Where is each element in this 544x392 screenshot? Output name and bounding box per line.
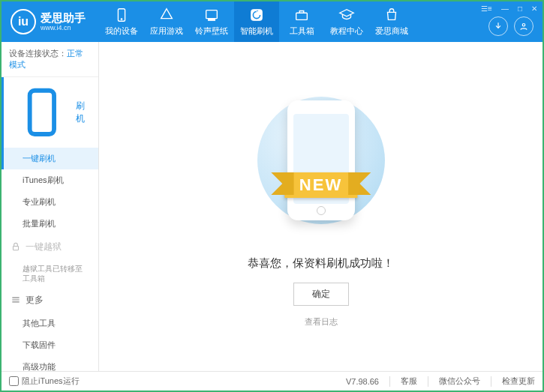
- sidebar-item-oneclick[interactable]: 一键刷机: [2, 148, 98, 169]
- nav-ringtone[interactable]: 铃声壁纸: [189, 1, 234, 42]
- sidebar-item-pro[interactable]: 专业刷机: [2, 191, 98, 213]
- nav-apps[interactable]: 应用游戏: [144, 1, 189, 42]
- phone-icon: [13, 83, 71, 142]
- app-name: 爱思助手: [41, 12, 86, 25]
- download-button[interactable]: [488, 16, 508, 36]
- update-link[interactable]: 检查更新: [502, 376, 535, 387]
- sidebar: 设备连接状态：正常模式 刷机 一键刷机 iTunes刷机 专业刷机 批量刷机 一…: [2, 42, 99, 371]
- jailbreak-note: 越狱工具已转移至 工具箱: [2, 259, 98, 288]
- app-window: ☰≡ — □ ✕ iu 爱思助手 www.i4.cn 我的设备 应用游戏 铃声壁: [0, 0, 544, 392]
- menu-icon[interactable]: ☰≡: [479, 3, 494, 14]
- svg-rect-5: [296, 13, 308, 19]
- sidebar-item-itunes[interactable]: iTunes刷机: [2, 169, 98, 191]
- support-link[interactable]: 客服: [401, 376, 417, 387]
- user-button[interactable]: [514, 16, 533, 36]
- menu-lines-icon: [11, 295, 21, 305]
- store-icon: [383, 7, 400, 23]
- sidebar-item-batch[interactable]: 批量刷机: [2, 213, 98, 235]
- app-url: www.i4.cn: [41, 24, 86, 31]
- body: 设备连接状态：正常模式 刷机 一键刷机 iTunes刷机 专业刷机 批量刷机 一…: [2, 42, 542, 371]
- nav-tutorial[interactable]: 教程中心: [324, 1, 369, 42]
- sidebar-section-more[interactable]: 更多: [2, 288, 98, 313]
- graduation-icon: [338, 7, 355, 23]
- logo: iu 爱思助手 www.i4.cn: [2, 9, 99, 34]
- sidebar-item-other[interactable]: 其他工具: [2, 313, 98, 334]
- device-icon: [113, 7, 130, 23]
- svg-rect-8: [14, 247, 19, 250]
- success-message: 恭喜您，保资料刷机成功啦！: [248, 256, 394, 271]
- wechat-link[interactable]: 微信公众号: [439, 376, 480, 387]
- logo-icon: iu: [11, 9, 36, 34]
- ok-button[interactable]: 确定: [293, 283, 349, 306]
- header-actions: [488, 16, 533, 36]
- svg-point-6: [522, 24, 525, 27]
- new-ribbon: NEW: [284, 172, 357, 198]
- nav-my-device[interactable]: 我的设备: [99, 1, 144, 42]
- view-log-link[interactable]: 查看日志: [305, 316, 338, 328]
- top-nav: 我的设备 应用游戏 铃声壁纸 智能刷机 工具箱 教程中心: [99, 1, 542, 42]
- sidebar-section-jailbreak[interactable]: 一键越狱: [2, 235, 98, 259]
- minimize-icon[interactable]: —: [499, 3, 511, 14]
- close-icon[interactable]: ✕: [529, 3, 539, 14]
- version-label: V7.98.66: [346, 377, 379, 386]
- window-controls: ☰≡ — □ ✕: [479, 3, 539, 14]
- sidebar-item-firmware[interactable]: 下载固件: [2, 334, 98, 356]
- main-content: NEW 恭喜您，保资料刷机成功啦！ 确定 查看日志: [99, 42, 542, 371]
- nav-toolbox[interactable]: 工具箱: [279, 1, 324, 42]
- statusbar: 阻止iTunes运行 V7.98.66 客服 微信公众号 检查更新: [2, 371, 542, 391]
- wallpaper-icon: [203, 7, 220, 23]
- sidebar-section-flash[interactable]: 刷机: [2, 77, 98, 148]
- svg-rect-2: [206, 10, 218, 19]
- svg-rect-3: [208, 19, 215, 21]
- apps-icon: [158, 7, 175, 23]
- nav-store[interactable]: 爱思商城: [369, 1, 414, 42]
- block-itunes-checkbox[interactable]: 阻止iTunes运行: [9, 376, 80, 387]
- nav-flash[interactable]: 智能刷机: [234, 1, 279, 42]
- sidebar-item-advanced[interactable]: 高级功能: [2, 356, 98, 371]
- success-illustration: NEW: [246, 85, 396, 235]
- refresh-icon: [248, 7, 265, 23]
- toolbox-icon: [293, 7, 310, 23]
- svg-rect-7: [30, 91, 54, 134]
- maximize-icon[interactable]: □: [515, 3, 524, 14]
- svg-point-1: [121, 19, 122, 20]
- lock-icon: [11, 241, 21, 252]
- titlebar: ☰≡ — □ ✕ iu 爱思助手 www.i4.cn 我的设备 应用游戏 铃声壁: [2, 1, 542, 42]
- device-status: 设备连接状态：正常模式: [2, 42, 98, 77]
